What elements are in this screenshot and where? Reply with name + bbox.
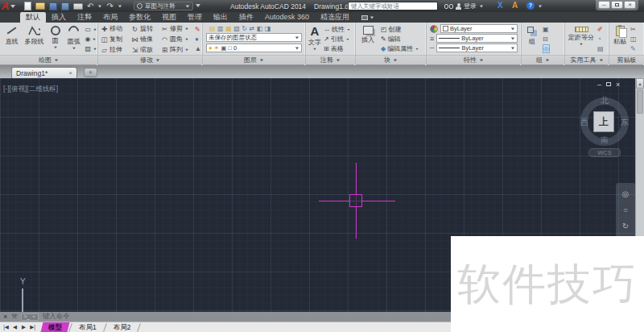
tab-model[interactable]: 模型 [41,322,70,332]
layer-freeze-icon[interactable]: ↻ [242,25,247,32]
last-layout-button[interactable]: ▶| [28,322,37,332]
tab-layout[interactable]: 布局 [97,12,123,23]
panel-title-draw[interactable]: 绘图 [0,55,97,64]
panel-title-block[interactable]: 块 [356,55,426,64]
command-input[interactable]: 键入命令 [43,312,70,322]
trim-button[interactable]: ✂修剪 [161,23,193,34]
orbit-icon[interactable]: ↻ [622,222,629,230]
open-file-icon[interactable] [35,2,45,10]
ellipse-button[interactable]: ◉ [85,35,97,44]
modify-more-button[interactable]: ▲ [195,44,201,53]
layer-match-icon[interactable]: ◧ [257,25,263,32]
help-icon[interactable]: ? [526,2,535,10]
file-tab-drawing1[interactable]: Drawing1* × [11,67,77,78]
group-button[interactable]: 组 [524,23,540,55]
panel-title-clipboard[interactable]: 剪贴板 [609,55,644,64]
steering-wheel-icon[interactable]: ◎ [622,189,630,198]
panel-title-layers[interactable]: 图层 [203,55,305,64]
help-dropdown-icon[interactable] [539,6,542,8]
viewcube-north[interactable]: 北 [599,95,610,106]
close-button[interactable]: × [624,1,636,9]
tab-plugins[interactable]: 插件 [233,12,259,23]
fillet-button[interactable]: ◠圆角 [161,34,193,44]
redo-icon[interactable]: ↷ [106,2,113,11]
tab-view[interactable]: 视图 [156,12,182,23]
edit-attributes-button[interactable]: ◆ 编辑属性 [381,44,419,53]
text-button[interactable]: A 文字 [308,23,322,55]
layer-unisolate-icon[interactable]: ▧ [233,25,240,32]
mirror-button[interactable]: ⋈镜像 [131,34,161,44]
cut-button[interactable]: ✂ [630,25,637,34]
layer-state-dropdown[interactable]: 未保存的图层状态 [206,33,302,42]
create-block-button[interactable]: ◰ 创建 [381,25,419,34]
minimize-drawing-icon[interactable]: – [597,81,601,89]
chevron-down-icon[interactable] [480,5,483,7]
undo-icon[interactable]: ↶ [87,2,93,11]
layer-off-icon[interactable]: ▥ [217,25,224,32]
panel-title-annotation[interactable]: 注释 [306,55,355,64]
layer-isolate-icon[interactable]: ▦ [225,25,232,32]
arc-button[interactable]: 圆弧 [64,23,83,55]
linetype-dropdown[interactable]: ByLayer [436,44,518,52]
hatch-button[interactable]: ▨ [85,44,97,53]
quick-calc-button[interactable]: ▤ [597,44,604,53]
plot-icon[interactable] [73,3,83,10]
workspace-selector[interactable]: 草图与注释 [134,2,193,10]
restore-drawing-icon[interactable] [606,82,611,86]
prev-layout-button[interactable]: ◀ [10,322,19,332]
paste-button[interactable]: 粘贴 [612,23,628,55]
save-as-icon[interactable] [61,2,69,10]
next-layout-button[interactable]: ▶ [19,322,28,332]
app-menu-button[interactable]: A [2,0,21,12]
wcs-dropdown[interactable]: WCS [588,148,621,157]
group-edit-button[interactable]: ⊟ [543,35,550,44]
scale-button[interactable]: ⇲缩放 [131,44,161,55]
tab-manage[interactable]: 管理 [182,12,208,23]
leader-button[interactable]: ↗ 引线 [324,35,351,44]
close-command-icon[interactable]: × [3,313,7,321]
explode-button[interactable]: ● [195,35,201,44]
line-button[interactable]: 直线 [2,23,22,55]
new-file-icon[interactable] [24,2,31,10]
array-button[interactable]: ⊞阵列 [161,44,193,55]
search-icon[interactable] [444,4,453,9]
scrollbar-thumb[interactable] [637,89,643,114]
lineweight-dropdown[interactable]: ByLayer [436,34,518,43]
pan-icon[interactable]: ○ [623,205,628,214]
tab-autodesk360[interactable]: Autodesk 360 [259,12,315,23]
tab-layout1[interactable]: 布局1 [72,322,103,332]
match-properties-button[interactable]: ✎ [630,44,637,53]
panel-title-modify[interactable]: 修改 [98,55,202,64]
ungroup-button[interactable]: ▣ [543,25,550,34]
layer-properties-icon[interactable]: ▤ [209,25,216,32]
rotate-button[interactable]: ↻旋转 [131,23,161,34]
new-tab-button[interactable]: + [84,68,97,77]
layer-prev-icon[interactable]: ◨ [265,25,271,32]
panel-title-properties[interactable]: 特性 [427,55,521,64]
close-tab-icon[interactable]: × [68,69,72,77]
ribbon-minimize-button[interactable] [361,15,374,23]
edit-block-button[interactable]: ✎ 编辑 [381,35,419,44]
copy-clip-button[interactable]: ◫ [630,35,637,44]
command-prompt-button[interactable]: >_ [21,313,38,321]
copy-button[interactable]: ◫复制 [101,34,131,44]
rectangle-button[interactable]: ▭ [85,25,97,34]
viewcube-south[interactable]: 南 [599,135,610,146]
exchange-apps-icon[interactable]: X [497,1,503,10]
layer-lock-icon[interactable]: ⇄ [249,25,254,32]
scroll-up-icon[interactable]: ▲ [636,78,644,89]
help-search-input[interactable] [348,2,438,10]
autodesk360-icon[interactable]: A [512,1,518,10]
stretch-button[interactable]: ▱拉伸 [101,44,131,55]
panel-title-groups[interactable]: 组 [522,55,564,64]
tab-home[interactable]: 默认 [20,12,46,23]
restore-button[interactable] [611,1,623,9]
undo-dropdown-icon[interactable] [98,5,101,7]
tab-output[interactable]: 输出 [208,12,233,23]
table-button[interactable]: ⊞ 表格 [324,44,351,53]
layer-dropdown[interactable]: ● ☀ ▣ □ 0 [206,44,302,52]
wrench-icon[interactable]: ⚒ [11,313,17,321]
viewcube-west[interactable]: 西 [579,117,590,128]
save-icon[interactable] [49,2,57,10]
tab-featured-apps[interactable]: 精选应用 [315,12,355,23]
